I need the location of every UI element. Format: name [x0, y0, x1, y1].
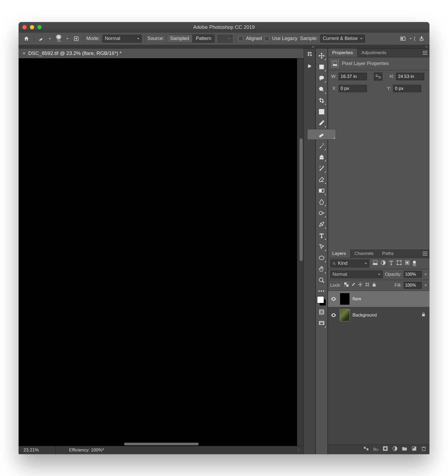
hand-tool[interactable] — [317, 264, 327, 274]
crop-tool[interactable] — [317, 95, 327, 106]
opacity-field[interactable]: 100% — [404, 271, 422, 278]
share-button[interactable] — [417, 35, 426, 43]
healing-brush-tool-icon[interactable] — [37, 35, 46, 43]
new-group-button[interactable] — [402, 446, 407, 452]
foreground-color-swatch[interactable] — [317, 296, 324, 303]
sample-select[interactable]: Current & Below — [320, 35, 365, 43]
filter-type-icon[interactable] — [389, 260, 394, 266]
close-tab-button[interactable]: × — [21, 50, 27, 56]
add-mask-button[interactable] — [383, 446, 388, 452]
lock-position-icon[interactable] — [358, 282, 362, 288]
filter-smart-icon[interactable] — [405, 260, 410, 266]
dodge-tool[interactable] — [317, 208, 327, 218]
type-tool[interactable] — [317, 230, 327, 241]
history-panel-icon[interactable] — [306, 50, 313, 58]
tab-channels[interactable]: Channels — [350, 249, 378, 258]
layers-panel-menu[interactable] — [421, 249, 429, 258]
extra-options-dropdown[interactable] — [409, 35, 412, 43]
eyedropper-tool[interactable] — [317, 118, 327, 128]
vertical-scrollbar[interactable] — [299, 138, 303, 261]
layer-thumbnail[interactable] — [340, 293, 350, 305]
canvas-viewport[interactable] — [19, 58, 304, 446]
filter-adjustment-icon[interactable] — [381, 260, 386, 266]
lasso-tool[interactable] — [317, 73, 327, 83]
lock-transparency-icon[interactable] — [344, 282, 349, 288]
use-legacy-checkbox[interactable] — [265, 36, 269, 41]
visibility-toggle[interactable] — [330, 313, 337, 317]
layer-lock-icon[interactable] — [421, 312, 426, 318]
healing-brush-tool[interactable] — [307, 129, 336, 140]
history-brush-tool[interactable] — [317, 163, 327, 173]
tab-paths[interactable]: Paths — [378, 249, 398, 258]
filter-pixel-icon[interactable] — [373, 260, 378, 266]
marquee-tool[interactable] — [317, 62, 327, 72]
actions-panel-icon[interactable] — [306, 62, 313, 70]
height-field[interactable]: 24.53 in — [396, 73, 424, 80]
x-field[interactable]: 0 px — [339, 85, 367, 92]
width-field[interactable]: 16.37 in — [339, 73, 367, 80]
new-layer-button[interactable] — [412, 446, 417, 452]
filter-shape-icon[interactable] — [397, 260, 402, 266]
move-tool[interactable] — [317, 51, 327, 61]
lock-artboard-icon[interactable] — [365, 282, 369, 288]
document-tab-title[interactable]: DSC_8592.tif @ 23.2% (flare, RGB/16*) * — [27, 50, 122, 56]
color-swatches[interactable] — [317, 296, 327, 306]
filter-toggle[interactable] — [413, 261, 416, 266]
blur-tool[interactable] — [317, 197, 327, 207]
new-adjustment-button[interactable] — [393, 446, 397, 452]
brush-settings-button[interactable] — [72, 35, 81, 43]
home-button[interactable] — [22, 35, 31, 43]
frame-tool[interactable] — [317, 107, 327, 117]
tab-adjustments[interactable]: Adjustments — [357, 49, 391, 57]
lock-pixels-icon[interactable] — [351, 282, 355, 288]
visibility-toggle[interactable] — [330, 297, 337, 301]
tab-properties[interactable]: Properties — [328, 49, 357, 57]
fill-dropdown[interactable] — [424, 281, 427, 289]
pattern-picker[interactable] — [217, 35, 233, 43]
clone-stamp-tool[interactable] — [317, 152, 327, 162]
lock-all-icon[interactable] — [372, 282, 376, 288]
collapse-dock-button[interactable]: ‹‹ — [310, 45, 316, 49]
layer-name[interactable]: Background — [353, 313, 377, 318]
layer-row[interactable]: Background — [328, 307, 429, 323]
layer-thumbnail[interactable] — [340, 309, 350, 321]
brush-preview[interactable]: 70 — [54, 35, 63, 43]
layer-filter-kind-select[interactable]: Kind — [330, 259, 370, 267]
tab-layers[interactable]: Layers — [328, 249, 350, 258]
quick-select-tool[interactable] — [317, 84, 327, 94]
layer-row[interactable]: flare — [328, 291, 429, 307]
horizontal-scrollbar[interactable] — [124, 443, 199, 445]
quick-mask-button[interactable] — [317, 307, 327, 317]
shape-tool[interactable] — [317, 253, 327, 263]
gradient-tool[interactable] — [317, 186, 327, 196]
ignore-adjustment-layers-button[interactable] — [398, 35, 407, 43]
layer-name[interactable]: flare — [353, 296, 361, 302]
screen-mode-button[interactable] — [317, 318, 327, 328]
mode-select[interactable]: Normal — [102, 35, 142, 43]
link-dimensions-button[interactable] — [374, 73, 382, 81]
zoom-tool[interactable] — [317, 275, 327, 285]
blend-mode-select[interactable]: Normal — [330, 270, 383, 278]
properties-panel-menu[interactable] — [421, 49, 429, 57]
collapse-right-panels-button[interactable]: ›› — [425, 45, 428, 49]
layer-style-button[interactable]: fx▾ — [373, 446, 378, 452]
y-field[interactable]: 0 px — [393, 85, 421, 92]
zoom-level-field[interactable]: 23.21% — [19, 446, 56, 454]
tool-preset-dropdown[interactable] — [48, 35, 51, 43]
efficiency-readout[interactable]: Efficiency: 100%* — [56, 447, 104, 453]
delete-layer-button[interactable] — [421, 446, 426, 452]
aligned-checkbox[interactable] — [238, 36, 243, 41]
canvas[interactable] — [19, 58, 297, 446]
fill-field[interactable]: 100% — [404, 282, 422, 289]
brush-options-dropdown[interactable] — [66, 35, 69, 43]
status-bar-menu[interactable]: 〉 — [298, 447, 302, 453]
edit-toolbar-button[interactable]: ••• — [317, 289, 327, 294]
brush-tool[interactable] — [317, 141, 327, 151]
source-pattern-button[interactable]: Pattern — [193, 35, 214, 42]
opacity-dropdown[interactable] — [424, 270, 427, 278]
source-sampled-button[interactable]: Sampled — [167, 35, 193, 42]
pen-tool[interactable] — [317, 219, 327, 229]
link-layers-button[interactable] — [364, 446, 369, 452]
path-select-tool[interactable] — [317, 242, 327, 252]
eraser-tool[interactable] — [317, 174, 327, 185]
